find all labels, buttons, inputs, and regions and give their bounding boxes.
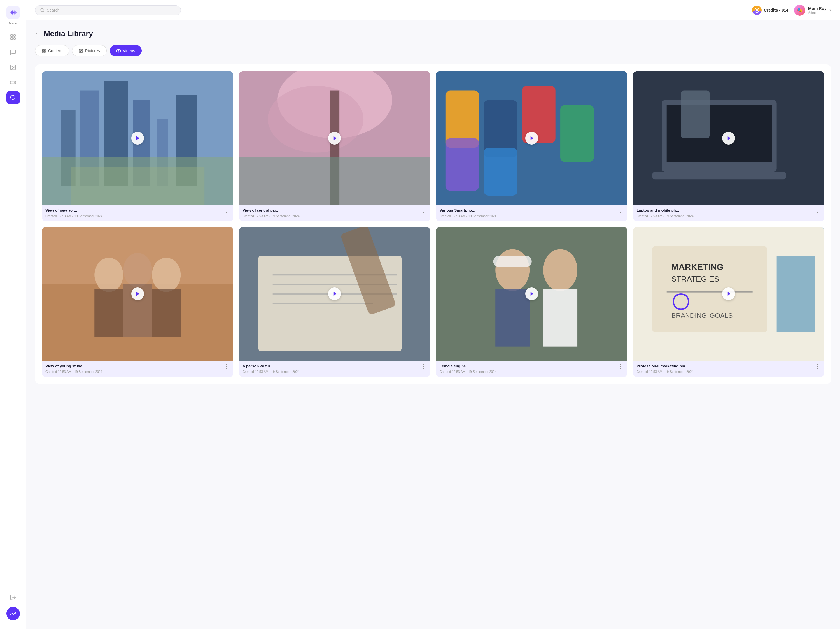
svg-point-6 <box>12 66 13 67</box>
gallery-card[interactable]: Various Smartpho... ⋮ Created 12:53 AM -… <box>436 71 627 221</box>
tab-content[interactable]: Content <box>35 45 69 56</box>
menu-label: Menu <box>9 22 17 25</box>
svg-marker-29 <box>136 136 140 140</box>
tab-videos-label: Videos <box>123 48 135 53</box>
card-title-row: View of young stude... ⋮ <box>46 364 230 369</box>
card-info: View of new yor... ⋮ Created 12:53 AM - … <box>42 205 233 221</box>
svg-rect-15 <box>42 51 43 52</box>
card-thumbnail <box>633 71 824 205</box>
card-title: View of central par.. <box>243 208 418 213</box>
page-content: ← Media Library Content Pictures Videos <box>26 20 840 629</box>
card-info: View of young stude... ⋮ Created 12:53 A… <box>42 361 233 377</box>
card-menu-button[interactable]: ⋮ <box>814 208 821 213</box>
card-date: Created 12:53 AM - 19 September 2024 <box>46 370 230 374</box>
svg-text:MARKETING: MARKETING <box>671 262 724 272</box>
gallery-card[interactable]: A person writin... ⋮ Created 12:53 AM - … <box>239 227 431 377</box>
card-date: Created 12:53 AM - 19 September 2024 <box>243 370 427 374</box>
media-tabs: Content Pictures Videos <box>35 45 831 56</box>
gallery-card[interactable]: View of young stude... ⋮ Created 12:53 A… <box>42 227 233 377</box>
app-header: Credits - 914 🎭 Moni Roy Admin ▾ <box>26 0 840 20</box>
sidebar-item-grid[interactable] <box>6 30 20 44</box>
main-content: Credits - 914 🎭 Moni Roy Admin ▾ ← Media… <box>26 0 840 629</box>
svg-rect-82 <box>777 255 815 332</box>
sidebar-divider <box>6 586 21 586</box>
svg-marker-66 <box>334 292 337 296</box>
play-button[interactable] <box>131 132 144 145</box>
card-menu-button[interactable]: ⋮ <box>223 364 230 369</box>
play-button[interactable] <box>722 287 735 300</box>
gallery-card[interactable]: View of central par.. ⋮ Created 12:53 AM… <box>239 71 431 221</box>
svg-point-18 <box>80 50 81 50</box>
card-title-row: Professional marketing pla... ⋮ <box>637 364 821 369</box>
svg-marker-73 <box>531 292 534 296</box>
gallery-card[interactable]: Laptop and mobile ph... ⋮ Created 12:53 … <box>633 71 824 221</box>
sidebar-nav <box>6 30 20 585</box>
sidebar-item-search[interactable] <box>6 91 20 104</box>
card-thumbnail <box>436 71 627 205</box>
card-thumbnail: MARKETING STRATEGIES BRANDING GOALS <box>633 227 824 361</box>
sidebar-item-chat[interactable] <box>6 46 20 59</box>
card-title: A person writin... <box>243 364 418 368</box>
sidebar-item-video[interactable] <box>6 76 20 89</box>
card-menu-button[interactable]: ⋮ <box>223 208 230 213</box>
user-profile[interactable]: 🎭 Moni Roy Admin ▾ <box>794 5 831 16</box>
svg-rect-14 <box>44 49 46 50</box>
tab-videos[interactable]: Videos <box>110 45 142 56</box>
play-button[interactable] <box>328 132 341 145</box>
card-title-row: Laptop and mobile ph... ⋮ <box>637 208 821 213</box>
avatar: 🎭 <box>794 5 805 16</box>
sidebar-item-images[interactable] <box>6 61 20 74</box>
card-date: Created 12:53 AM - 19 September 2024 <box>243 214 427 218</box>
svg-rect-3 <box>11 38 12 39</box>
search-input[interactable] <box>47 8 176 13</box>
search-bar[interactable] <box>35 5 181 15</box>
svg-point-53 <box>123 253 152 287</box>
play-button[interactable] <box>525 287 538 300</box>
card-menu-button[interactable]: ⋮ <box>420 208 427 213</box>
svg-rect-40 <box>560 105 594 162</box>
card-date: Created 12:53 AM - 19 September 2024 <box>637 370 821 374</box>
card-menu-button[interactable]: ⋮ <box>617 364 624 369</box>
svg-point-69 <box>543 249 578 291</box>
sidebar: Menu <box>0 0 26 629</box>
card-info: Female engine... ⋮ Created 12:53 AM - 19… <box>436 361 627 377</box>
tab-pictures[interactable]: Pictures <box>72 45 107 56</box>
svg-text:STRATEGIES: STRATEGIES <box>671 274 719 283</box>
gallery-card[interactable]: Female engine... ⋮ Created 12:53 AM - 19… <box>436 227 627 377</box>
search-icon <box>40 8 44 13</box>
svg-marker-58 <box>136 292 140 296</box>
svg-rect-71 <box>543 289 578 347</box>
logout-button[interactable] <box>6 591 20 604</box>
card-title: View of new yor... <box>46 208 221 213</box>
back-button[interactable]: ← <box>35 31 40 37</box>
credits-label: Credits - 914 <box>764 8 788 13</box>
action-fab-button[interactable] <box>6 607 20 620</box>
card-date: Created 12:53 AM - 19 September 2024 <box>439 370 624 374</box>
play-button[interactable] <box>131 287 144 300</box>
card-title: Laptop and mobile ph... <box>637 208 812 213</box>
card-info: View of central par.. ⋮ Created 12:53 AM… <box>239 205 431 221</box>
gallery-wrapper: View of new yor... ⋮ Created 12:53 AM - … <box>35 65 831 384</box>
svg-point-32 <box>268 86 363 153</box>
card-menu-button[interactable]: ⋮ <box>617 208 624 213</box>
card-thumbnail <box>239 71 431 205</box>
card-title-row: View of central par.. ⋮ <box>243 208 427 213</box>
card-menu-button[interactable]: ⋮ <box>814 364 821 369</box>
svg-rect-13 <box>42 49 43 50</box>
gallery-card[interactable]: View of new yor... ⋮ Created 12:53 AM - … <box>42 71 233 221</box>
svg-text:GOALS: GOALS <box>710 312 733 319</box>
card-thumbnail <box>436 227 627 361</box>
sidebar-bottom <box>6 585 21 623</box>
play-button[interactable] <box>525 132 538 145</box>
svg-rect-7 <box>10 81 14 84</box>
svg-rect-2 <box>13 35 15 36</box>
play-button[interactable] <box>722 132 735 145</box>
play-button[interactable] <box>328 287 341 300</box>
card-menu-button[interactable]: ⋮ <box>420 364 427 369</box>
card-info: A person writin... ⋮ Created 12:53 AM - … <box>239 361 431 377</box>
user-name: Moni Roy <box>808 6 827 11</box>
svg-marker-49 <box>728 136 731 140</box>
card-title-row: A person writin... ⋮ <box>243 364 427 369</box>
gallery-card[interactable]: MARKETING STRATEGIES BRANDING GOALS Prof… <box>633 227 824 377</box>
page-header: ← Media Library <box>35 29 831 38</box>
